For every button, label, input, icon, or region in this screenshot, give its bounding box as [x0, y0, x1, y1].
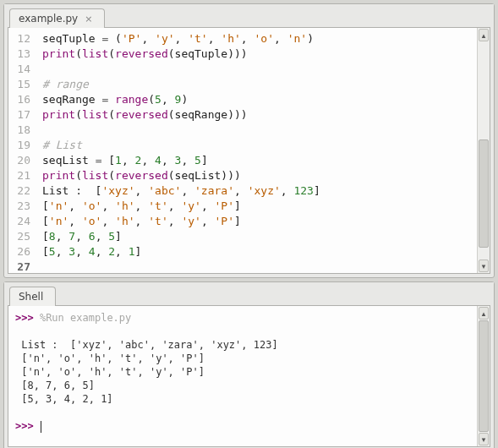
- shell-tab[interactable]: Shell: [9, 287, 56, 306]
- code-line[interactable]: seqList = [1, 2, 4, 3, 5]: [42, 153, 473, 168]
- code-line[interactable]: [8, 7, 6, 5]: [42, 229, 473, 244]
- code-line[interactable]: [5, 3, 4, 2, 1]: [42, 244, 473, 260]
- editor-tab-label: example.py: [19, 13, 78, 25]
- code-line[interactable]: print(list(reversed(seqList))): [42, 168, 473, 183]
- scroll-track[interactable]: [478, 320, 490, 432]
- line-number: 13: [14, 46, 30, 62]
- code-line[interactable]: print(list(reversed(seqRange))): [42, 107, 473, 123]
- line-number: 19: [14, 138, 30, 153]
- line-number: 25: [14, 229, 30, 244]
- shell-scrollbar[interactable]: ▴ ▾: [477, 306, 490, 446]
- scroll-thumb[interactable]: [479, 139, 489, 248]
- shell-output[interactable]: >>> %Run example.py List : ['xyz', 'abc'…: [8, 306, 477, 446]
- code-line[interactable]: seqTuple = ('P', 'y', 't', 'h', 'o', 'n'…: [42, 31, 473, 46]
- line-number: 21: [14, 168, 30, 183]
- editor-tab[interactable]: example.py ×: [9, 8, 105, 28]
- scroll-thumb[interactable]: [479, 320, 489, 432]
- line-number: 12: [14, 31, 30, 46]
- code-line[interactable]: [42, 123, 473, 138]
- line-number: 17: [14, 107, 30, 123]
- shell-tab-label: Shell: [19, 291, 43, 303]
- line-number: 18: [14, 123, 30, 138]
- scroll-down-icon[interactable]: ▾: [479, 260, 489, 272]
- code-line[interactable]: # range: [42, 77, 473, 92]
- code-line[interactable]: [42, 260, 473, 273]
- line-number: 26: [14, 244, 30, 260]
- code-line[interactable]: # List: [42, 138, 473, 153]
- line-number: 16: [14, 92, 30, 107]
- scroll-track[interactable]: [478, 42, 490, 259]
- code-line[interactable]: [42, 62, 473, 77]
- code-line[interactable]: ['n', 'o', 'h', 't', 'y', 'P']: [42, 214, 473, 229]
- line-number: 20: [14, 153, 30, 168]
- code-line[interactable]: ['n', 'o', 'h', 't', 'y', 'P']: [42, 199, 473, 214]
- line-number: 27: [14, 260, 30, 274]
- code-area[interactable]: seqTuple = ('P', 'y', 't', 'h', 'o', 'n'…: [37, 28, 477, 273]
- editor-tab-row: example.py ×: [4, 4, 494, 27]
- shell-tab-row: Shell: [4, 282, 494, 305]
- code-line[interactable]: seqRange = range(5, 9): [42, 92, 473, 107]
- line-number: 24: [14, 214, 30, 229]
- line-number: 23: [14, 199, 30, 214]
- scroll-up-icon[interactable]: ▴: [479, 307, 489, 320]
- code-line[interactable]: print(list(reversed(seqTuple))): [42, 46, 473, 62]
- scroll-down-icon[interactable]: ▾: [479, 433, 489, 445]
- close-icon[interactable]: ×: [85, 14, 92, 24]
- line-number: 15: [14, 77, 30, 92]
- line-number: 14: [14, 62, 30, 77]
- line-gutter: 12131415161718192021222324252627: [8, 28, 37, 273]
- shell-pane: Shell >>> %Run example.py List : ['xyz',…: [3, 281, 495, 448]
- shell-body: >>> %Run example.py List : ['xyz', 'abc'…: [8, 305, 490, 447]
- code-line[interactable]: List : ['xyz', 'abc', 'zara', 'xyz', 123…: [42, 183, 473, 199]
- scroll-up-icon[interactable]: ▴: [479, 29, 489, 41]
- editor-body: 12131415161718192021222324252627 seqTupl…: [8, 27, 490, 274]
- editor-scrollbar[interactable]: ▴ ▾: [477, 28, 490, 273]
- editor-pane: example.py × 121314151617181920212223242…: [3, 3, 495, 278]
- line-number: 22: [14, 183, 30, 199]
